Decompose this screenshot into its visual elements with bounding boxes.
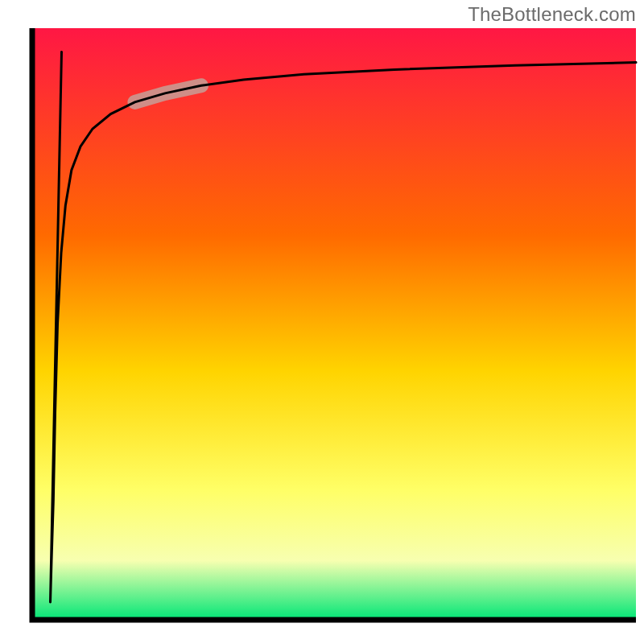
chart-stage: TheBottleneck.com (0, 0, 644, 644)
heat-gradient-background (32, 28, 636, 620)
bottleneck-chart (0, 0, 644, 644)
